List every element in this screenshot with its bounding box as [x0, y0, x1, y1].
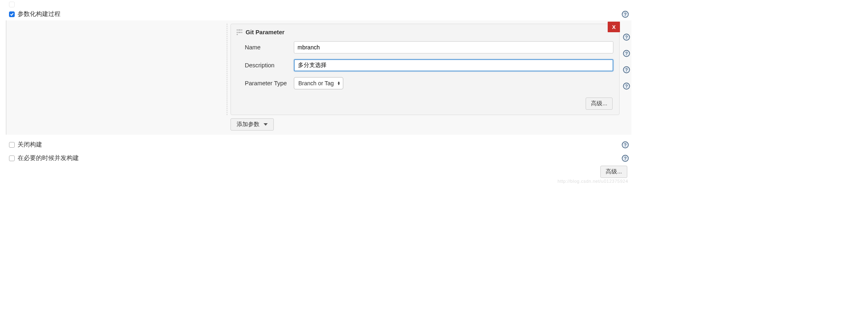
- parameter-card-title: Git Parameter: [246, 29, 284, 35]
- select-arrows-icon: ▲▼: [337, 81, 340, 85]
- section-advanced-button[interactable]: 高级...: [600, 166, 627, 178]
- help-icon[interactable]: ?: [622, 11, 629, 18]
- svg-text:?: ?: [625, 67, 628, 72]
- delete-parameter-button[interactable]: X: [608, 22, 620, 32]
- help-icon[interactable]: ?: [623, 82, 630, 90]
- concurrent-build-checkbox[interactable]: [9, 155, 15, 161]
- description-field-label: Description: [237, 62, 294, 69]
- git-parameter-card: X Git Parameter Name Description: [230, 24, 620, 115]
- svg-text:?: ?: [625, 35, 628, 40]
- unknown-option-label: [18, 1, 19, 8]
- chevron-down-icon: [264, 123, 268, 126]
- svg-text:?: ?: [625, 51, 628, 56]
- close-icon-label: X: [612, 24, 616, 30]
- help-icon[interactable]: ?: [623, 66, 630, 73]
- drag-handle-icon[interactable]: [237, 29, 242, 35]
- parameter-type-field-label: Parameter Type: [237, 80, 294, 87]
- help-icon[interactable]: ?: [623, 50, 630, 57]
- unknown-checkbox[interactable]: [9, 2, 15, 7]
- parameterized-build-label: 参数化构建过程: [18, 10, 60, 18]
- add-parameter-button[interactable]: 添加参数: [230, 118, 274, 131]
- parameter-type-value: Branch or Tag: [298, 80, 334, 87]
- help-icon[interactable]: ?: [622, 155, 629, 162]
- help-icon[interactable]: ?: [622, 141, 629, 149]
- disable-build-checkbox[interactable]: [9, 142, 15, 148]
- parameter-type-select[interactable]: Branch or Tag ▲▼: [294, 77, 343, 89]
- description-input[interactable]: [294, 59, 613, 71]
- parameterized-build-checkbox[interactable]: [9, 11, 15, 17]
- watermark-text: http://blog.csdn.net/u012375924: [557, 179, 628, 184]
- svg-text:?: ?: [624, 156, 627, 161]
- drag-gutter: [7, 24, 227, 115]
- disable-build-label: 关闭构建: [18, 141, 42, 149]
- svg-text:?: ?: [625, 84, 628, 89]
- concurrent-build-label: 在必要的时候并发构建: [18, 154, 79, 162]
- name-field-label: Name: [237, 44, 294, 51]
- parameterized-block: X Git Parameter Name Description: [6, 20, 631, 135]
- name-input[interactable]: [294, 41, 613, 53]
- add-parameter-label: 添加参数: [237, 121, 260, 128]
- svg-text:?: ?: [624, 12, 627, 17]
- svg-text:?: ?: [624, 142, 627, 147]
- parameter-advanced-button[interactable]: 高级...: [586, 98, 613, 110]
- help-icon[interactable]: ?: [623, 33, 630, 41]
